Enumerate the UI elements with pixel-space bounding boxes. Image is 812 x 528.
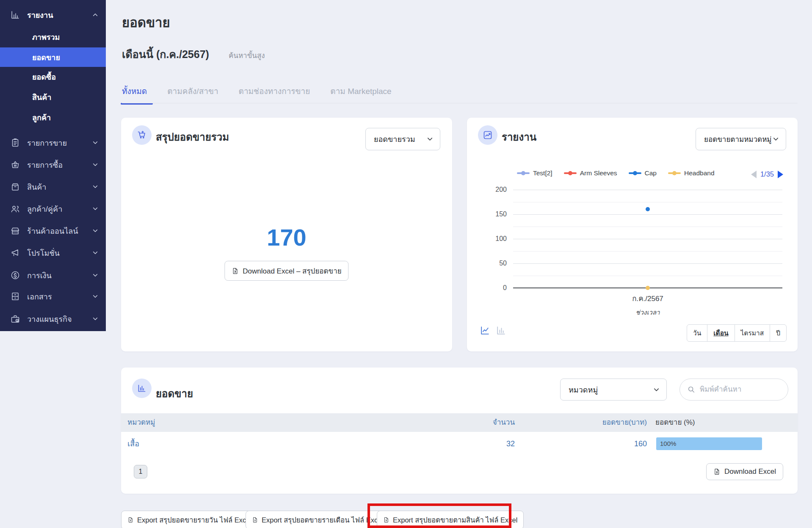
download-excel-summary-button[interactable]: Download Excel – สรุปยอดขาย <box>224 261 348 281</box>
summary-metric-dropdown[interactable]: ยอดขายรวม <box>365 128 440 150</box>
sidebar-item-purchase-orders[interactable]: รายการซื้อ <box>0 154 106 176</box>
sidebar-item-label: ภาพรวม <box>32 31 60 43</box>
sidebar-item-products-menu[interactable]: สินค้า <box>0 176 106 198</box>
col-header-percent: ยอดขาย (%) <box>655 413 695 432</box>
period-year-button[interactable]: ปี <box>770 325 786 341</box>
sidebar-item-sales[interactable]: ยอดขาย <box>0 47 106 67</box>
sidebar-item-overview[interactable]: ภาพรวม <box>0 27 106 47</box>
sidebar-item-label: การเงิน <box>27 269 52 282</box>
promotions-icon <box>10 248 20 258</box>
chevron-down-icon <box>92 140 98 146</box>
pagination-page-1-button[interactable]: 1 <box>134 465 147 478</box>
excel-file-icon <box>252 516 258 524</box>
gridline <box>513 276 782 276</box>
customers-partners-icon <box>10 204 20 214</box>
sidebar-item-finance[interactable]: การเงิน <box>0 264 106 286</box>
export-sales-by-product-excel-button[interactable]: Export สรุปยอดขายตามสินค้า ไฟล์ Excel <box>377 511 524 528</box>
summary-card: สรุปยอดขายรวม ยอดขายรวม 170 Download Exc… <box>121 118 452 351</box>
purchase-orders-icon <box>10 160 20 170</box>
legend-item[interactable]: Test[2] <box>517 169 552 177</box>
legend-label: Headband <box>684 169 715 177</box>
summary-card-title: สรุปยอดขายรวม <box>156 129 229 145</box>
sidebar-item-online-store[interactable]: ร้านค้าออนไลน์ <box>0 220 106 242</box>
percent-bar: 100% <box>656 437 762 450</box>
pager-prev-icon[interactable] <box>751 171 757 178</box>
line-chart-toggle-icon[interactable] <box>480 325 490 336</box>
chart-plot-area: ก.ค./2567 ช่วงเวลา 050100150200 <box>513 190 782 288</box>
online-store-icon <box>10 226 20 236</box>
sidebar-item-documents[interactable]: เอกสาร <box>0 285 106 307</box>
sidebar-item-label: รายการซื้อ <box>27 159 63 171</box>
tab-by-marketplace[interactable]: ตาม Marketplace <box>330 85 391 105</box>
excel-file-icon <box>383 516 389 524</box>
data-point-Cap[interactable] <box>646 207 650 211</box>
search-icon <box>688 386 695 393</box>
export-daily-sales-excel-button[interactable]: Export สรุปยอดขายรายวัน ไฟล์ Excel <box>121 511 258 528</box>
legend-label: Cap <box>645 169 657 177</box>
gridline <box>513 251 782 252</box>
col-header-quantity[interactable]: จำนวน <box>493 413 515 432</box>
report-metric-dropdown[interactable]: ยอดขายตามหมวดหมู่ <box>696 128 786 150</box>
y-tick-label: 100 <box>495 235 507 243</box>
period-row: เดือนนี้ (ก.ค./2567) ค้นหาขั้นสูง <box>122 46 265 63</box>
legend-pager: 1/35 <box>751 170 783 178</box>
documents-icon <box>10 291 20 301</box>
chevron-down-icon <box>92 162 98 168</box>
chevron-down-icon <box>92 293 98 299</box>
summary-total-value: 170 <box>121 224 452 251</box>
export-monthly-sales-excel-button[interactable]: Export สรุปยอดขายรายเดือน ไฟล์ Excel <box>246 511 389 528</box>
gridline <box>513 227 782 227</box>
sidebar-item-customers-partners[interactable]: ลูกค้า/คู่ค้า <box>0 198 106 220</box>
sidebar-item-label: สินค้า <box>27 181 46 193</box>
chevron-up-icon <box>92 12 98 18</box>
gridline <box>513 239 782 239</box>
sidebar: รายงานภาพรวมยอดขายยอดซื้อสินค้าลูกค้าราย… <box>0 0 106 331</box>
category-dropdown[interactable]: หมวดหมู่ <box>560 379 667 401</box>
page-title: ยอดขาย <box>122 12 170 33</box>
pager-next-icon[interactable] <box>778 171 783 178</box>
chevron-down-icon <box>92 184 98 190</box>
tab-all[interactable]: ทั้งหมด <box>122 85 147 105</box>
legend-item[interactable]: Headband <box>668 169 715 177</box>
legend-item[interactable]: Cap <box>629 169 657 177</box>
chevron-down-icon <box>92 228 98 234</box>
period-day-button[interactable]: วัน <box>687 325 707 341</box>
x-tick-label: ก.ค./2567 <box>632 293 663 304</box>
period-quarter-button[interactable]: ไตรมาส <box>735 325 770 341</box>
legend-label: Test[2] <box>533 169 552 177</box>
bar-chart-icon <box>132 379 152 398</box>
y-tick-label: 150 <box>495 210 507 218</box>
table-row[interactable]: เสื้อ 32 160 100% <box>121 432 798 456</box>
legend-item[interactable]: Arm Sleeves <box>564 169 617 177</box>
download-excel-table-button[interactable]: Download Excel <box>706 463 783 480</box>
sidebar-item-reports[interactable]: รายงาน <box>0 4 106 25</box>
col-header-category[interactable]: หมวดหมู่ <box>127 413 155 432</box>
data-point-Headband[interactable] <box>646 286 650 290</box>
sidebar-item-promotions[interactable]: โปรโมชั่น <box>0 242 106 264</box>
sidebar-item-purchases[interactable]: ยอดซื้อ <box>0 67 106 86</box>
excel-file-icon <box>232 267 239 275</box>
chart-legend: Test[2]Arm SleevesCapHeadband <box>517 169 715 177</box>
tab-by-warehouse[interactable]: ตามคลัง/สาขา <box>167 85 218 105</box>
sidebar-item-business-plan[interactable]: วางแผนธุรกิจ <box>0 308 106 330</box>
period-label: เดือนนี้ (ก.ค./2567) <box>122 46 209 63</box>
y-tick-label: 50 <box>499 260 507 267</box>
advanced-search-link[interactable]: ค้นหาขั้นสูง <box>229 50 265 61</box>
chart-type-toggle <box>480 325 506 336</box>
finance-icon <box>10 270 20 280</box>
col-header-amount[interactable]: ยอดขาย(บาท) <box>602 413 647 432</box>
reports-icon <box>10 10 20 20</box>
cell-category[interactable]: เสื้อ <box>127 432 139 456</box>
sidebar-item-sale-orders[interactable]: รายการขาย <box>0 132 106 154</box>
search-box <box>679 379 788 401</box>
sidebar-item-label: ยอดขาย <box>32 51 60 64</box>
sidebar-item-customers[interactable]: ลูกค้า <box>0 108 106 127</box>
period-month-button[interactable]: เดือน <box>707 325 734 341</box>
period-button-group: วัน เดือน ไตรมาส ปี <box>687 324 787 342</box>
search-input[interactable] <box>700 385 780 394</box>
sidebar-item-products[interactable]: สินค้า <box>0 87 106 107</box>
report-card: รายงาน ยอดขายตามหมวดหมู่ Test[2]Arm Slee… <box>467 118 798 351</box>
tab-by-channel[interactable]: ตามช่องทางการขาย <box>239 85 310 105</box>
bar-chart-toggle-icon[interactable] <box>496 325 506 336</box>
excel-file-icon <box>127 516 134 524</box>
